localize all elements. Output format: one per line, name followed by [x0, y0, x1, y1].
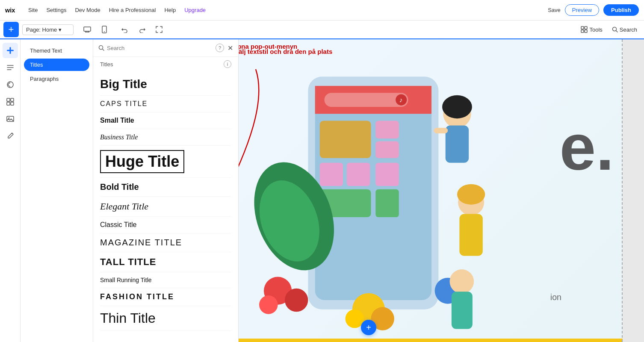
mobile-view-button[interactable] — [97, 23, 111, 36]
panel-search — [98, 45, 212, 51]
page-selector[interactable]: Page: Home ▾ — [22, 24, 74, 35]
search-button[interactable]: Search — [609, 25, 641, 35]
sidebar-add-button[interactable] — [3, 43, 18, 58]
themed-text-tab[interactable]: Themed Text — [24, 44, 89, 57]
svg-rect-14 — [7, 50, 14, 51]
top-nav: wix Site Settings Dev Mode Hire a Profes… — [0, 0, 644, 21]
svg-text:♪: ♪ — [399, 96, 403, 103]
title-item-caps-title[interactable]: CAPS TITLE — [100, 96, 231, 112]
svg-text:e.: e. — [560, 111, 614, 183]
svg-rect-39 — [375, 163, 399, 186]
title-label-fashion-title: FASHION TITLE — [100, 292, 174, 301]
svg-rect-37 — [347, 163, 370, 186]
left-icon-bar — [0, 39, 21, 342]
title-item-elegant-title[interactable]: Elegant Title — [100, 197, 231, 217]
undo-redo-icons — [118, 23, 166, 36]
sidebar-themes-button[interactable] — [3, 77, 18, 92]
media-icon — [6, 115, 15, 123]
svg-rect-33 — [320, 121, 371, 158]
search-icon — [612, 27, 618, 32]
title-item-huge-title[interactable]: Huge Title — [100, 146, 231, 178]
publish-button[interactable]: Publish — [603, 4, 639, 16]
tools-icon — [581, 26, 588, 33]
wix-logo-icon: wix — [5, 3, 19, 17]
fullscreen-button[interactable] — [152, 23, 166, 36]
nav-help[interactable]: Help — [163, 5, 177, 15]
title-item-thin-title[interactable]: Thin Title — [100, 306, 231, 331]
title-label-elegant-title: Elegant Title — [100, 201, 148, 212]
svg-point-57 — [457, 184, 485, 205]
title-label-small-title: Small Title — [100, 117, 134, 124]
apps-icon — [6, 97, 15, 106]
svg-rect-10 — [585, 30, 587, 32]
titles-info-icon[interactable]: i — [224, 60, 231, 68]
tools-button[interactable]: Tools — [577, 24, 606, 35]
undo-button[interactable] — [118, 23, 132, 36]
nav-settings[interactable]: Settings — [45, 5, 67, 15]
title-item-bold-title[interactable]: Bold Title — [100, 178, 231, 197]
svg-rect-22 — [11, 102, 14, 105]
chevron-down-icon: ▾ — [59, 27, 62, 33]
add-to-site-button[interactable]: + — [3, 22, 19, 37]
title-item-big-title[interactable]: Big Title — [100, 73, 231, 96]
svg-rect-30 — [325, 93, 408, 107]
title-item-small-title[interactable]: Small Title — [100, 112, 231, 129]
svg-rect-8 — [585, 27, 587, 29]
titles-tab[interactable]: Titles — [24, 59, 89, 71]
sidebar-pen-button[interactable] — [3, 128, 18, 144]
tools-label: Tools — [589, 27, 602, 33]
nav-upgrade[interactable]: Upgrade — [183, 5, 207, 15]
text-styles-panel: ? ✕ Titles i Big TitleCAPS TITLESmall Ti… — [93, 39, 239, 342]
nav-site[interactable]: Site — [27, 5, 38, 15]
title-item-business-title[interactable]: Business Title — [100, 129, 231, 146]
mobile-icon — [102, 26, 107, 33]
title-label-business-title: Business Title — [100, 133, 138, 141]
panel-search-icon — [98, 45, 104, 51]
title-label-tall-title: TALL TITLE — [100, 256, 156, 267]
title-label-big-title: Big Title — [100, 77, 147, 91]
pen-icon — [6, 132, 15, 140]
title-item-small-running[interactable]: Small Running Title — [100, 272, 231, 288]
paragraphs-tab[interactable]: Paragraphs — [24, 73, 89, 85]
title-label-bold-title: Bold Title — [100, 182, 139, 192]
category-panel: Themed Text Titles Paragraphs — [21, 39, 93, 342]
panel-close-button[interactable]: ✕ — [227, 44, 233, 52]
top-nav-items: Site Settings Dev Mode Hire a Profession… — [27, 5, 539, 15]
sidebar-media-button[interactable] — [3, 111, 18, 127]
title-label-magazine-title: MAGAZINE TITLE — [100, 238, 182, 247]
titles-header: Titles i — [100, 60, 231, 68]
title-item-magazine-title[interactable]: MAGAZINE TITLE — [100, 233, 231, 252]
titles-header-label: Titles — [100, 61, 113, 68]
svg-text:wix: wix — [5, 6, 15, 13]
help-icon[interactable]: ? — [216, 44, 224, 52]
save-button[interactable]: Save — [548, 7, 561, 13]
dashed-line — [622, 39, 623, 342]
sidebar-apps-button[interactable] — [3, 94, 18, 109]
svg-line-26 — [103, 49, 104, 51]
title-item-fashion-title[interactable]: FASHION TITLE — [100, 288, 231, 306]
svg-point-53 — [442, 95, 472, 118]
floating-add-button[interactable]: + — [361, 320, 376, 335]
svg-rect-54 — [434, 128, 448, 133]
sidebar-pages-button[interactable] — [3, 60, 18, 75]
desktop-view-button[interactable] — [80, 23, 94, 36]
redo-button[interactable] — [135, 23, 149, 36]
svg-rect-35 — [375, 142, 399, 158]
preview-button[interactable]: Preview — [565, 4, 599, 16]
title-label-caps-title: CAPS TITLE — [100, 100, 148, 107]
view-mode-icons — [80, 23, 111, 36]
svg-rect-56 — [459, 214, 482, 256]
nav-devmode[interactable]: Dev Mode — [74, 5, 101, 15]
main-layout: Add to Site StripTextImageButtonGalleryD… — [0, 39, 644, 342]
nav-hire[interactable]: Hire a Professional — [108, 5, 157, 15]
title-item-tall-title[interactable]: TALL TITLE — [100, 252, 231, 272]
panel-header: ? ✕ — [93, 39, 238, 57]
svg-rect-19 — [7, 98, 10, 101]
category-tabs: Themed Text Titles Paragraphs — [21, 39, 93, 90]
panel-search-input[interactable] — [107, 45, 141, 51]
svg-rect-21 — [7, 102, 10, 105]
popup-overlay: Themed Text Titles Paragraphs ? ✕ — [21, 39, 320, 342]
title-item-classic-title[interactable]: Classic Title — [100, 217, 231, 233]
second-bar-right: Tools Search — [577, 24, 641, 35]
add-icon — [6, 46, 15, 55]
